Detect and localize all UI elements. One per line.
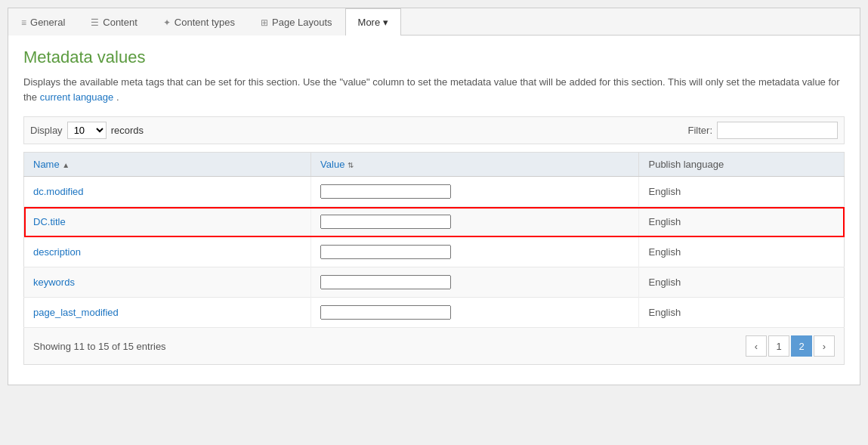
tab-page-layouts-label: Page Layouts bbox=[272, 17, 332, 28]
value-input-dc-title[interactable] bbox=[320, 215, 451, 229]
description-link[interactable]: current language bbox=[40, 91, 114, 103]
col-value[interactable]: Value ⇅ bbox=[311, 153, 639, 177]
table-row: dc.modifiedEnglish bbox=[24, 177, 845, 207]
cell-language-dc-modified: English bbox=[639, 177, 845, 207]
col-name-label: Name bbox=[33, 159, 60, 170]
page-title: Metadata values bbox=[23, 48, 845, 67]
cell-name-dc-modified: dc.modified bbox=[24, 177, 311, 207]
table-header-row: Name ▲ Value ⇅ Publish language bbox=[24, 153, 845, 177]
records-label: records bbox=[111, 125, 144, 136]
col-name[interactable]: Name ▲ bbox=[24, 153, 311, 177]
cell-name-description: description bbox=[24, 237, 311, 267]
pagination-prev[interactable]: ‹ bbox=[746, 335, 767, 357]
table-row: DC.titleEnglish bbox=[24, 207, 845, 237]
content-icon: ☰ bbox=[91, 17, 99, 28]
tab-content-types[interactable]: ✦ Content types bbox=[150, 8, 248, 36]
controls-row: Display 10 5 25 50 100 records Filter: bbox=[23, 116, 845, 144]
tab-general[interactable]: ≡ General bbox=[8, 8, 78, 36]
main-container: ≡ General ☰ Content ✦ Content types ⊞ Pa… bbox=[8, 8, 860, 385]
description: Displays the available meta tags that ca… bbox=[23, 75, 845, 104]
filter-control: Filter: bbox=[688, 122, 839, 139]
cell-value-page-last-modified bbox=[311, 298, 639, 328]
content-area: Metadata values Displays the available m… bbox=[8, 36, 860, 377]
col-value-sort-icon: ⇅ bbox=[348, 161, 354, 169]
pagination-page-2[interactable]: 2 bbox=[791, 335, 812, 357]
col-value-label: Value bbox=[320, 159, 344, 170]
pagination-next[interactable]: › bbox=[814, 335, 835, 357]
cell-value-dc-title bbox=[311, 207, 639, 237]
tab-content[interactable]: ☰ Content bbox=[78, 8, 150, 36]
filter-label: Filter: bbox=[688, 125, 713, 136]
tab-more[interactable]: More ▾ bbox=[345, 8, 401, 36]
value-input-keywords[interactable] bbox=[320, 275, 451, 289]
cell-value-keywords bbox=[311, 267, 639, 298]
page-layouts-icon: ⊞ bbox=[261, 17, 268, 28]
table-row: keywordsEnglish bbox=[24, 267, 845, 298]
general-icon: ≡ bbox=[21, 17, 26, 28]
description-text-end: . bbox=[116, 91, 119, 103]
tab-general-label: General bbox=[30, 17, 65, 28]
value-input-description[interactable] bbox=[320, 245, 451, 259]
value-input-page-last-modified[interactable] bbox=[320, 305, 451, 320]
col-publish-language-label: Publish language bbox=[648, 159, 724, 170]
display-select[interactable]: 10 5 25 50 100 bbox=[67, 122, 107, 139]
tab-content-label: Content bbox=[103, 17, 137, 28]
cell-language-description: English bbox=[639, 237, 845, 267]
cell-value-description bbox=[311, 237, 639, 267]
display-control: Display 10 5 25 50 100 records bbox=[30, 122, 144, 139]
value-input-dc-modified[interactable] bbox=[320, 184, 451, 199]
tab-page-layouts[interactable]: ⊞ Page Layouts bbox=[248, 8, 345, 36]
display-label: Display bbox=[30, 125, 63, 136]
pagination-page-1[interactable]: 1 bbox=[768, 335, 789, 357]
tab-more-label: More ▾ bbox=[358, 17, 388, 28]
tab-bar: ≡ General ☰ Content ✦ Content types ⊞ Pa… bbox=[8, 8, 860, 36]
cell-language-dc-title: English bbox=[639, 207, 845, 237]
cell-value-dc-modified bbox=[311, 177, 639, 207]
col-name-sort-icon: ▲ bbox=[62, 161, 70, 169]
table-row: descriptionEnglish bbox=[24, 237, 845, 267]
cell-name-page-last-modified: page_last_modified bbox=[24, 298, 311, 328]
description-text-part1: Displays the available meta tags that ca… bbox=[23, 76, 840, 103]
cell-language-page-last-modified: English bbox=[639, 298, 845, 328]
pagination: ‹ 1 2 › bbox=[746, 335, 835, 357]
table-row: page_last_modifiedEnglish bbox=[24, 298, 845, 328]
cell-language-keywords: English bbox=[639, 267, 845, 298]
cell-name-keywords: keywords bbox=[24, 267, 311, 298]
col-publish-language: Publish language bbox=[639, 153, 845, 177]
table-footer: Showing 11 to 15 of 15 entries ‹ 1 2 › bbox=[23, 328, 845, 365]
content-types-icon: ✦ bbox=[163, 17, 171, 28]
filter-input[interactable] bbox=[717, 122, 838, 139]
cell-name-dc-title: DC.title bbox=[24, 207, 311, 237]
tab-content-types-label: Content types bbox=[175, 17, 235, 28]
metadata-table: Name ▲ Value ⇅ Publish language dc.modif… bbox=[23, 152, 845, 328]
showing-text: Showing 11 to 15 of 15 entries bbox=[33, 341, 166, 352]
